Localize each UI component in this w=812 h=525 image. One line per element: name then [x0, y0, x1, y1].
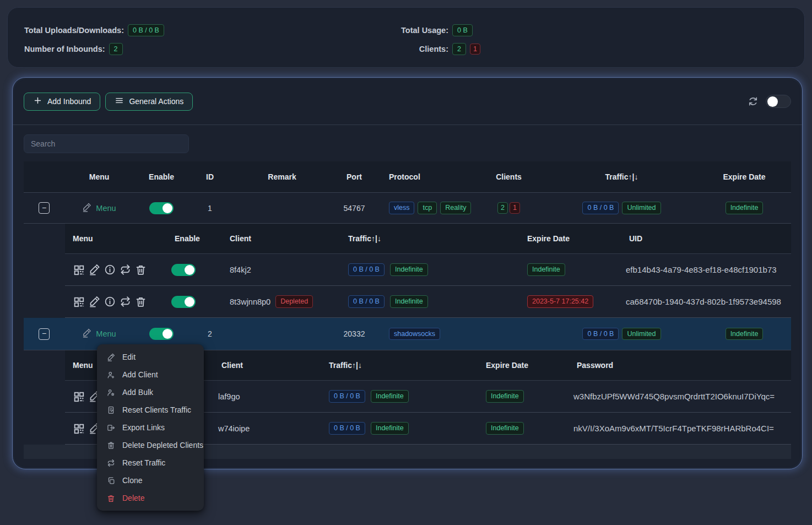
security-tag: Reality	[440, 202, 471, 214]
info-icon[interactable]	[104, 296, 116, 307]
client-enable-toggle[interactable]	[171, 264, 196, 276]
context-menu-item-clone[interactable]: Clone	[97, 472, 204, 489]
client-password: w3NfbzUPf5WWd745Q8pvsmQrdrttT2IO6knuI7Di…	[569, 392, 791, 401]
general-actions-label: General Actions	[129, 97, 183, 106]
traffic-limit-badge: Unlimited	[622, 328, 661, 340]
traffic-limit-badge: Unlimited	[622, 202, 661, 214]
export-links-icon	[107, 424, 115, 432]
header-clients: Clients	[472, 172, 546, 181]
qrcode-icon[interactable]	[73, 423, 85, 435]
clients-active-badge: 2	[497, 202, 508, 213]
clients-active-badge: 2	[452, 43, 466, 55]
divider	[13, 125, 802, 125]
refresh-icon[interactable]	[748, 96, 759, 107]
header-enable: Enable	[134, 172, 189, 181]
stat-label: Total Uploads/Downloads:	[24, 26, 124, 35]
delete-client-icon[interactable]	[135, 296, 147, 307]
inbounds-table-header: Menu Enable ID Remark Port Protocol Clie…	[24, 161, 791, 193]
expire-badge: Indefinite	[486, 422, 524, 434]
stat-label: Number of Inbounds:	[24, 45, 105, 53]
inbound-port: 20332	[333, 329, 375, 338]
stat-value-badge: 0 B	[452, 24, 473, 36]
traffic-limit-badge: Indefinite	[390, 295, 428, 307]
stat-label: Total Usage:	[387, 26, 448, 35]
header-client: Client	[222, 234, 340, 243]
stat-label: Clients:	[387, 45, 448, 53]
collapse-row-button[interactable]: −	[39, 202, 50, 214]
traffic-badge: 0 B / 0 B	[329, 390, 365, 402]
info-icon[interactable]	[104, 264, 116, 275]
stat-clients: Clients: 2 1	[387, 43, 480, 55]
context-menu-item-reset-clients-traffic[interactable]: Reset Clients Traffic	[97, 401, 204, 419]
protocol-tag: shadowsocks	[389, 328, 440, 340]
edit-pencil-icon[interactable]	[89, 296, 100, 307]
qrcode-icon[interactable]	[73, 264, 85, 276]
add-inbound-label: Add Inbound	[47, 97, 91, 106]
search-input[interactable]	[24, 134, 189, 153]
edit-icon	[107, 353, 115, 361]
client-row: 8f4kj2 0 B / 0 B Indefinite Indefinite e…	[65, 254, 791, 286]
edit-pencil-icon[interactable]	[89, 264, 100, 275]
protocol-tag: vless	[389, 202, 414, 214]
stat-value-badge: 2	[109, 43, 123, 55]
inbound-menu-link[interactable]: Menu	[82, 203, 116, 214]
theme-toggle[interactable]	[766, 95, 791, 108]
add-inbound-button[interactable]: Add Inbound	[24, 93, 100, 111]
reset-traffic-icon	[107, 459, 115, 467]
stats-panel: Total Uploads/Downloads: 0 B / 0 B Numbe…	[7, 7, 805, 68]
client-row: 8t3wjnn8p0 Depleted 0 B / 0 B Indefinite…	[65, 286, 791, 318]
reset-traffic-icon[interactable]	[120, 296, 131, 307]
header-traffic-sort[interactable]: Traffic↑|↓	[321, 361, 478, 370]
header-protocol: Protocol	[375, 172, 472, 181]
general-actions-button[interactable]: General Actions	[105, 93, 193, 111]
header-port: Port	[333, 172, 375, 181]
reset-clients-traffic-icon	[107, 406, 115, 414]
stat-total-uploads-downloads: Total Uploads/Downloads: 0 B / 0 B	[24, 24, 387, 36]
context-menu-item-reset-traffic[interactable]: Reset Traffic	[97, 454, 204, 472]
traffic-badge: 0 B / 0 B	[329, 422, 365, 434]
traffic-limit-badge: Indefinite	[371, 390, 409, 402]
context-menu-item-add-bulk[interactable]: Add Bulk	[97, 383, 204, 401]
edit-pencil-icon	[82, 328, 91, 339]
inbound-menu-label: Menu	[96, 329, 116, 338]
header-menu: Menu	[65, 234, 167, 243]
header-client: Client	[214, 361, 321, 370]
header-expire-date: Expire Date	[478, 361, 569, 370]
client-name: 8t3wjnn8p0	[230, 297, 270, 306]
delete-depleted-icon	[107, 441, 115, 450]
header-expire-date: Expire Date	[697, 172, 791, 181]
context-menu-item-delete-depleted-clients[interactable]: Delete Depleted Clients	[97, 436, 204, 454]
inbound-enable-toggle[interactable]	[149, 328, 174, 340]
header-traffic-sort[interactable]: Traffic↑|↓	[340, 234, 519, 243]
inbound-menu-label: Menu	[96, 204, 116, 213]
traffic-badge: 0 B / 0 B	[348, 263, 385, 275]
qrcode-icon[interactable]	[73, 296, 85, 308]
add-bulk-icon	[107, 388, 115, 397]
delete-client-icon[interactable]	[135, 264, 147, 275]
client-enable-toggle[interactable]	[171, 296, 196, 308]
add-client-icon	[107, 371, 115, 379]
stat-total-usage: Total Usage: 0 B	[387, 24, 480, 36]
context-menu-item-delete[interactable]: Delete	[97, 489, 204, 507]
header-remark: Remark	[231, 172, 333, 181]
inbound-enable-toggle[interactable]	[149, 202, 174, 214]
traffic-limit-badge: Indefinite	[371, 422, 409, 434]
collapse-row-button[interactable]: −	[39, 328, 50, 340]
header-traffic-sort[interactable]: Traffic↑|↓	[546, 172, 697, 181]
stat-number-of-inbounds: Number of Inbounds: 2	[24, 43, 387, 55]
context-menu-item-export-links[interactable]: Export Links	[97, 419, 204, 436]
expire-badge: Indefinite	[726, 202, 764, 214]
context-menu-item-add-client[interactable]: Add Client	[97, 366, 204, 383]
qrcode-icon[interactable]	[73, 391, 85, 403]
expire-badge: Indefinite	[486, 390, 524, 402]
stat-value-badge: 0 B / 0 B	[128, 24, 164, 36]
client-name: laf9go	[214, 392, 321, 401]
clone-icon	[107, 477, 115, 485]
edit-pencil-icon	[82, 203, 91, 214]
inbound-id: 1	[189, 204, 231, 213]
reset-traffic-icon[interactable]	[120, 264, 131, 275]
plus-icon	[33, 96, 42, 107]
inbound-menu-link[interactable]: Menu	[82, 328, 116, 339]
context-menu-item-edit[interactable]: Edit	[97, 348, 204, 366]
client-table-vless: Menu Enable Client Traffic↑|↓ Expire Dat…	[65, 224, 791, 318]
